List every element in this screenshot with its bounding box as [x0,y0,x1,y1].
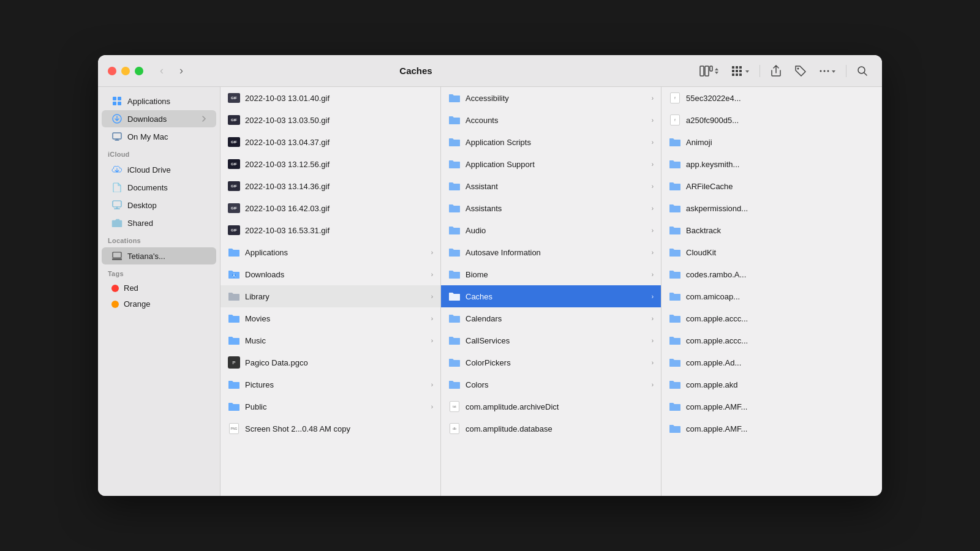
list-item[interactable]: com.apple.AMF... [662,395,882,418]
list-item[interactable]: txt com.amplitude.archiveDict [441,395,661,418]
svg-rect-17 [113,97,116,100]
search-icon [857,66,868,77]
list-item[interactable]: GIF 2022-10-03 16.42.03.gif [221,197,440,219]
sidebar-item-icloud-drive[interactable]: iCloud Drive [102,161,216,178]
share-button[interactable] [766,61,786,81]
list-item[interactable]: com.apple.akd [662,373,882,395]
list-item[interactable]: com.apple.accc... [662,307,882,329]
list-item[interactable]: CallServices › [441,329,661,351]
list-item[interactable]: askpermissiond... [662,197,882,219]
list-item[interactable]: ColorPickers › [441,351,661,373]
list-item[interactable]: Calendars › [441,307,661,329]
list-item[interactable]: db com.amplitude.database [441,418,661,440]
list-item[interactable]: Music › [221,329,440,351]
folder-icon [448,268,461,280]
view-switcher-button[interactable] [696,63,723,79]
list-item[interactable]: codes.rambo.A... [662,263,882,285]
list-item[interactable]: Application Support › [441,153,661,175]
folder-icon [228,400,240,413]
sidebar-item-shared[interactable]: Shared [102,214,216,231]
file-name: Accessibility [466,94,647,103]
sidebar-item-documents[interactable]: Documents [102,179,216,196]
folder-icon [448,356,461,369]
list-item[interactable]: Application Scripts › [441,131,661,153]
sidebar-item-tag-red[interactable]: Red [102,280,216,296]
svg-rect-23 [113,201,121,207]
list-item[interactable]: com.apple.AMF... [662,418,882,440]
list-item[interactable]: GIF 2022-10-03 13.03.50.gif [221,109,440,131]
more-icon [819,66,830,77]
list-item[interactable]: GIF 2022-10-03 13.04.37.gif [221,131,440,153]
applications-icon [111,96,123,107]
file-name: com.apple.Ad... [686,358,875,367]
list-item[interactable]: Assistants › [441,197,661,219]
list-item[interactable]: f 55ec32022e4... [662,87,882,109]
group-by-button[interactable] [728,63,753,79]
list-item[interactable]: Applications › [221,241,440,263]
list-item[interactable]: Library › [221,285,440,307]
locations-section-label: Locations [98,232,220,247]
sidebar-item-downloads[interactable]: Downloads [102,110,216,127]
list-item[interactable]: Backtrack [662,219,882,241]
sidebar-label-downloads: Downloads [127,114,167,124]
list-item[interactable]: f a250fc900d5... [662,109,882,131]
list-item[interactable]: Public › [221,395,440,418]
list-item[interactable]: com.apple.Ad... [662,351,882,373]
list-item[interactable]: GIF 2022-10-03 16.53.31.gif [221,219,440,241]
list-item[interactable]: com.amicoap... [662,285,882,307]
list-item[interactable]: Biome › [441,263,661,285]
list-item[interactable]: GIF 2022-10-03 13.12.56.gif [221,153,440,175]
close-button[interactable] [108,67,116,75]
svg-rect-4 [736,66,738,69]
file-name: Animoji [686,138,875,147]
list-item[interactable]: Pictures › [221,373,440,395]
file-name: askpermissiond... [686,204,875,213]
list-item[interactable]: P Pagico Data.pgco [221,351,440,373]
pagico-file-icon: P [228,356,240,369]
sidebar-expand-icon [202,115,206,122]
list-item[interactable]: Colors › [441,373,661,395]
folder-icon [669,136,681,148]
list-item[interactable]: CloudKit [662,241,882,263]
list-item[interactable]: Accounts › [441,109,661,131]
list-item[interactable]: Autosave Information › [441,241,661,263]
list-item[interactable]: ARFileCache [662,175,882,197]
list-item[interactable]: Animoji [662,131,882,153]
gif-file-icon: GIF [228,180,240,192]
sidebar-label-shared: Shared [127,219,153,228]
file-name: 2022-10-03 13.14.36.gif [245,182,433,191]
chevron-right-icon: › [652,293,654,300]
more-actions-button[interactable] [815,63,840,79]
toolbar-separator2 [846,65,846,77]
list-item[interactable]: Assistant › [441,175,661,197]
laptop-icon [111,250,123,261]
list-item[interactable]: GIF 2022-10-03 13.01.40.gif [221,87,440,109]
list-item[interactable]: Caches › [441,285,661,307]
file-name: Assistant [466,182,647,191]
list-item[interactable]: Audio › [441,219,661,241]
minimize-button[interactable] [121,67,130,75]
list-item[interactable]: Accessibility › [441,87,661,109]
list-item[interactable]: app.keysmith... [662,153,882,175]
list-item[interactable]: GIF 2022-10-03 13.14.36.gif [221,175,440,197]
list-item[interactable]: Movies › [221,307,440,329]
search-button[interactable] [853,61,872,81]
tags-section-label: Tags [98,265,220,280]
sidebar-item-desktop[interactable]: Desktop [102,197,216,214]
file-name: CallServices [466,336,647,345]
sidebar-item-on-my-mac[interactable]: On My Mac [102,128,216,145]
gif-file-icon: GIF [228,92,240,104]
file-icon: f [669,114,681,126]
tag-button[interactable] [791,61,810,81]
list-item[interactable]: com.apple.accc... [662,329,882,351]
file-name: Pagico Data.pgco [245,358,433,367]
folder-icon [669,268,681,280]
list-item[interactable]: Downloads › [221,263,440,285]
sidebar-item-applications[interactable]: Applications [102,92,216,110]
chevron-right-icon: › [652,315,654,322]
list-item[interactable]: PNG Screen Shot 2...0.48 AM copy [221,418,440,440]
chevron-right-icon: › [652,337,654,344]
sidebar-item-tag-orange[interactable]: Orange [102,296,216,312]
sidebar-item-tetianas-mac[interactable]: Tetiana's... [102,247,216,264]
main-content: Applications Downloads On My Mac iCloud [98,87,882,496]
